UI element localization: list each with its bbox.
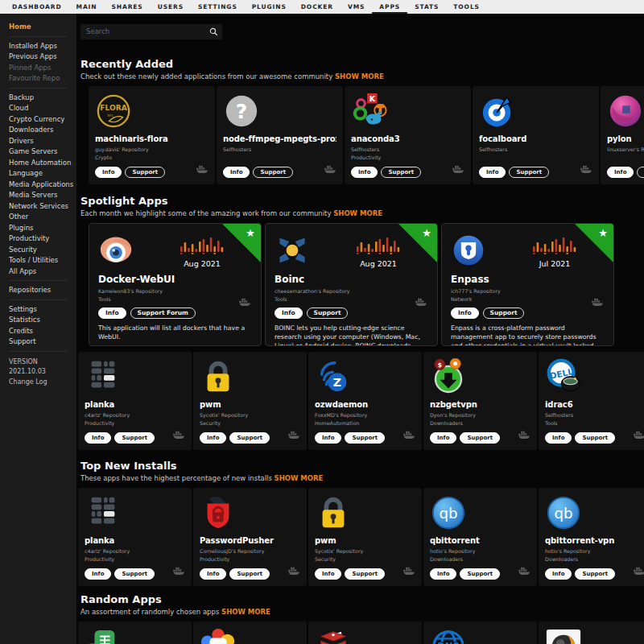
info-button[interactable]: Info <box>200 568 226 580</box>
sidebar-item-backup[interactable]: Backup <box>9 94 76 101</box>
sidebar-item-all-apps[interactable]: All Apps <box>9 268 76 275</box>
app-card-nzbgetvpn[interactable]: $nzbgetvpnDyon's RepositoryDownloadersIn… <box>423 352 537 450</box>
support-button[interactable]: Support <box>483 308 525 320</box>
app-card-passwordpusher[interactable]: PasswordPusherCorneliousJD's RepositoryP… <box>193 488 307 586</box>
info-button[interactable]: Info <box>545 432 572 444</box>
support-button[interactable]: Support <box>509 167 549 178</box>
support-button[interactable]: Support <box>460 432 500 444</box>
spotlight-card-docker-webui[interactable]: ★Aug 2021Docker-WebUIKameleon83's Reposi… <box>89 223 262 346</box>
info-button[interactable]: Info <box>451 308 479 320</box>
sidebar-item-home-automation[interactable]: Home Automation <box>9 159 76 167</box>
support-button[interactable]: Support <box>381 167 421 178</box>
nav-item-dashboard[interactable]: DASHBOARD <box>5 0 69 14</box>
sidebar-item-support[interactable]: Support <box>9 338 76 345</box>
info-button[interactable]: Info <box>430 432 456 444</box>
sidebar-item-statistics[interactable]: Statistics <box>9 316 76 324</box>
sidebar-item-security[interactable]: Security <box>9 246 76 254</box>
app-card-planka[interactable]: plankac4arlz' RepositoryProductivityInfo… <box>78 352 192 450</box>
info-button[interactable]: Info <box>607 167 634 178</box>
info-button[interactable]: Info <box>98 308 126 320</box>
info-button[interactable]: Info <box>85 568 111 580</box>
app-card-planka[interactable]: plankac4arlz' RepositoryProductivityInfo… <box>78 488 192 586</box>
spotlight-card-boinc[interactable]: ★Aug 2021Boinccheesemarathon's Repositor… <box>265 223 438 346</box>
sidebar-item-media-servers[interactable]: Media Servers <box>9 192 76 199</box>
app-card[interactable] <box>539 621 644 644</box>
app-card[interactable]: DNS <box>423 621 537 644</box>
sidebar-item-pinned-apps[interactable]: Pinned Apps <box>9 64 76 72</box>
nav-item-main[interactable]: MAIN <box>69 0 105 14</box>
app-card[interactable]: L★ <box>78 621 192 644</box>
support-button[interactable]: Support <box>253 167 293 178</box>
info-button[interactable]: Info <box>351 167 378 178</box>
sidebar-item-credits[interactable]: Credits <box>9 328 76 335</box>
support-button[interactable]: Support <box>460 568 500 580</box>
support-button[interactable]: Support <box>637 167 644 178</box>
support-button[interactable]: Support <box>229 568 270 580</box>
support-button[interactable]: Support <box>114 432 155 444</box>
info-button[interactable]: Info <box>315 432 341 444</box>
sidebar-item-drivers[interactable]: Drivers <box>9 138 76 145</box>
sidebar-item-settings[interactable]: Settings <box>9 306 76 313</box>
sidebar-item-tools-utilities[interactable]: Tools / Utilities <box>9 257 76 264</box>
app-card-focalboard[interactable]: focalboardSelfhostersInfoSupport <box>473 86 599 184</box>
nav-item-plugins[interactable]: PLUGINS <box>245 0 294 14</box>
info-button[interactable]: Info <box>315 568 341 580</box>
support-button[interactable]: Support <box>575 568 615 580</box>
sidebar-item-previous-apps[interactable]: Previous Apps <box>9 53 76 60</box>
nav-item-stats[interactable]: STATS <box>407 0 446 14</box>
support-button[interactable]: Support <box>114 568 155 580</box>
info-button[interactable]: Info <box>223 167 250 178</box>
sidebar-item-downloaders[interactable]: Downloaders <box>9 126 76 134</box>
sidebar-item-game-servers[interactable]: Game Servers <box>9 148 76 155</box>
app-card-qbittorrent[interactable]: qbqbittorrenthotio's RepositoryDownloade… <box>423 488 537 586</box>
nav-item-users[interactable]: USERS <box>151 0 191 14</box>
nav-item-docker[interactable]: DOCKER <box>294 0 341 14</box>
sidebar-item-cloud[interactable]: Cloud <box>9 105 76 112</box>
sidebar-item-repositories[interactable]: Repositories <box>9 287 76 294</box>
nav-item-apps[interactable]: APPS <box>372 0 407 14</box>
app-card-anaconda3[interactable]: Kanaconda3SelfhostersProductivityInfoSup… <box>345 86 471 184</box>
info-button[interactable]: Info <box>200 432 226 444</box>
sidebar-item-network-services[interactable]: Network Services <box>9 203 76 210</box>
app-card-pwm[interactable]: pwmSycotix' RepositorySecurityInfoSuppor… <box>308 488 422 586</box>
show-more-link[interactable]: SHOW MORE <box>335 72 384 80</box>
app-card[interactable] <box>193 621 307 644</box>
support-button[interactable]: Support <box>345 568 385 580</box>
info-button[interactable]: Info <box>479 167 506 178</box>
show-more-link[interactable]: SHOW MORE <box>275 474 324 482</box>
support-button[interactable]: Support <box>307 308 349 320</box>
sidebar-item-crypto-currency[interactable]: Crypto Currency <box>9 116 76 123</box>
support-button[interactable]: Support <box>575 432 615 444</box>
app-card-ozwdaemon[interactable]: ZozwdaemonFoxxMD's RepositoryHomeAutomat… <box>308 352 422 450</box>
search-icon[interactable] <box>209 24 218 39</box>
nav-item-settings[interactable]: SETTINGS <box>191 0 245 14</box>
changelog-link[interactable]: Change Log <box>9 378 76 388</box>
support-button[interactable]: Support <box>125 167 165 178</box>
app-card-pwm[interactable]: pwmSycotix' RepositorySecurityInfoSuppor… <box>193 352 307 450</box>
sidebar-item-productivity[interactable]: Productivity <box>9 235 76 242</box>
show-more-link[interactable]: SHOW MORE <box>221 608 270 616</box>
app-card-qbittorrent-vpn[interactable]: qbqbittorrent-vpnhotio's RepositoryDownl… <box>539 488 644 586</box>
app-card-idrac6[interactable]: DELLidrac6SelfhostersToolsInfoSupport <box>539 352 644 450</box>
sidebar-item-plugins[interactable]: Plugins <box>9 225 76 232</box>
support-forum-button[interactable]: Support Forum <box>130 308 196 320</box>
sidebar-item-favourite-repo[interactable]: Favourite Repo <box>9 75 76 82</box>
sidebar-item-installed-apps[interactable]: Installed Apps <box>9 43 76 50</box>
support-button[interactable]: Support <box>229 432 270 444</box>
app-card-machinaris-flora[interactable]: FLORAXFLmachinaris-floraguy.davis' Repos… <box>89 86 215 184</box>
sidebar-item-home[interactable]: Home <box>9 23 76 31</box>
sidebar-item-language[interactable]: Language <box>9 170 76 177</box>
sidebar-item-other[interactable]: Other <box>9 213 76 221</box>
info-button[interactable]: Info <box>275 308 303 320</box>
info-button[interactable]: Info <box>430 568 456 580</box>
nav-item-shares[interactable]: SHARES <box>104 0 150 14</box>
sidebar-item-media-applications[interactable]: Media Applications <box>9 181 76 188</box>
search-input[interactable] <box>80 24 222 39</box>
nav-item-vms[interactable]: VMS <box>341 0 372 14</box>
app-card[interactable]: redis <box>308 621 422 644</box>
show-more-link[interactable]: SHOW MORE <box>333 209 382 217</box>
info-button[interactable]: Info <box>95 167 122 178</box>
app-card-pylon[interactable]: pylonlinuxserver's RepositoryInfoSupport <box>601 86 644 184</box>
info-button[interactable]: Info <box>85 432 111 444</box>
nav-item-tools[interactable]: TOOLS <box>446 0 487 14</box>
